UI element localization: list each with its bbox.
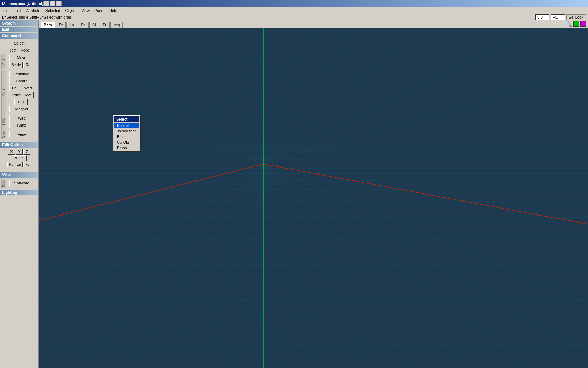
tab-fc[interactable]: Fc xyxy=(78,22,89,28)
popup-title: Select xyxy=(114,116,139,122)
close-button[interactable]: ✕ xyxy=(56,1,62,6)
edit-option-section: X Y Z W S Pt Ln Fc xyxy=(0,148,38,169)
menu-item-panel[interactable]: Panel xyxy=(92,8,106,13)
vertex-count: V:0 xyxy=(536,14,550,20)
xyz-row: X Y Z xyxy=(1,149,37,155)
misc-section-content: View xyxy=(6,130,37,139)
face-vtab[interactable]: Face xyxy=(1,70,6,114)
menu-item-view[interactable]: View xyxy=(79,8,92,13)
tab-ln[interactable]: Ln xyxy=(66,22,77,28)
magnet-button[interactable]: Magnet xyxy=(9,106,34,112)
lv-vtab[interactable]: L&V xyxy=(1,114,6,130)
system-header[interactable]: System xyxy=(0,20,38,26)
invert-button[interactable]: Invert xyxy=(21,85,34,91)
tab-pers[interactable]: Pers xyxy=(41,22,55,28)
w-button[interactable]: W xyxy=(12,155,19,161)
select-button[interactable]: Select xyxy=(7,40,31,46)
menu-item-help[interactable]: Help xyxy=(107,8,119,13)
wire-button[interactable]: Wire xyxy=(9,115,34,121)
view-button[interactable]: View xyxy=(9,131,34,137)
menubar: FileEditAttributeSelectedObjectViewPanel… xyxy=(0,7,588,14)
create-button[interactable]: Create xyxy=(9,78,34,84)
command-section: Select Rect Rope Edit Move Scale Rot xyxy=(0,39,38,141)
maximize-button[interactable]: □ xyxy=(50,1,55,6)
del-button[interactable]: Del xyxy=(9,85,20,91)
tab-pt[interactable]: Pt xyxy=(56,22,66,28)
edit-header[interactable]: Edit xyxy=(0,27,38,32)
rope-button[interactable]: Rope xyxy=(19,47,31,53)
pt-ln-fc-row: Pt Ln Fc xyxy=(1,162,37,167)
fc-button[interactable]: Fc xyxy=(23,162,31,167)
hintbar-right: V:0 F:0 Sel Lock xyxy=(536,14,586,20)
scale-button[interactable]: Scale xyxy=(9,62,23,68)
rot-button[interactable]: Rot xyxy=(23,62,34,68)
edit-vtab[interactable]: Edit xyxy=(1,54,6,69)
view-header[interactable]: View xyxy=(0,172,38,178)
face-count: F:0 xyxy=(551,14,565,20)
viewport-icons: 🔍 xyxy=(566,21,588,28)
tab-img[interactable]: Img xyxy=(110,22,123,28)
popup-item-belt[interactable]: Belt xyxy=(114,134,139,139)
sel-lock-button[interactable]: Sel Lock xyxy=(566,14,586,20)
select-row: Select xyxy=(1,40,37,46)
rect-button[interactable]: Rect xyxy=(7,47,19,53)
z-button[interactable]: Z xyxy=(23,149,30,155)
rect-rope-row: Rect Rope xyxy=(1,47,37,53)
move-button[interactable]: Move xyxy=(9,55,34,61)
pers-vtab[interactable]: Pers xyxy=(1,179,6,188)
popup-item-curobj[interactable]: CurObj xyxy=(114,139,139,145)
pull-button[interactable]: Pull xyxy=(14,99,28,105)
minimize-button[interactable]: — xyxy=(43,1,49,6)
knife-button[interactable]: Knife xyxy=(9,122,34,128)
s-button[interactable]: S xyxy=(20,155,27,161)
misc-vtab[interactable]: Misc xyxy=(1,130,6,139)
menu-item-attribute[interactable]: Attribute xyxy=(24,8,43,13)
color1-icon[interactable] xyxy=(573,21,579,27)
lighting-header[interactable]: Lighting xyxy=(0,190,38,195)
command-header[interactable]: Command xyxy=(0,33,38,39)
edit-section-content: Move Scale Rot xyxy=(6,54,37,69)
viewport-tabs: Pers Pt Ln Fc Si Fr Img 🔍 xyxy=(39,20,588,28)
titlebar-controls: — □ ✕ xyxy=(43,1,62,6)
popup-item-normal[interactable]: Normal xyxy=(114,123,139,128)
left-panel: System Edit Command Select Rect Rope Edi… xyxy=(0,20,39,368)
ws-row: W S xyxy=(1,155,37,161)
hint-text: L=Select single Shift+L=Select with drag xyxy=(2,15,71,19)
y-button[interactable]: Y xyxy=(16,149,23,155)
mat-button[interactable]: Mat xyxy=(23,92,34,98)
menu-item-object[interactable]: Object xyxy=(63,8,78,13)
view-section: Pers Software xyxy=(0,178,38,189)
viewport-container: Pers Pt Ln Fc Si Fr Img 🔍 .grid-h { stro… xyxy=(39,20,588,368)
menu-item-edit[interactable]: Edit xyxy=(13,8,23,13)
menu-item-file[interactable]: File xyxy=(1,8,12,13)
titlebar-title: Metasequoia [Untitled] xyxy=(2,1,43,6)
software-button[interactable]: Software xyxy=(9,180,34,186)
lv-section-content: Wire Knife xyxy=(6,114,37,130)
grid-svg: .grid-h { stroke: #1a5060; stroke-width:… xyxy=(39,28,588,368)
extrd-button[interactable]: Extrd xyxy=(10,92,22,98)
viewport-canvas[interactable]: .grid-h { stroke: #1a5060; stroke-width:… xyxy=(39,28,588,368)
pt-button[interactable]: Pt xyxy=(7,162,14,167)
edit-option-header[interactable]: Edit Option xyxy=(0,142,38,148)
popup-item-brush[interactable]: Brush xyxy=(114,145,139,151)
tab-si[interactable]: Si xyxy=(89,22,99,28)
menu-item-selected[interactable]: Selected xyxy=(43,8,63,13)
titlebar: Metasequoia [Untitled] — □ ✕ xyxy=(0,0,588,7)
x-button[interactable]: X xyxy=(8,149,15,155)
popup-item-joined-face[interactable]: Joined face xyxy=(114,128,139,134)
view-section-content: Software xyxy=(6,179,37,188)
hintbar: L=Select single Shift+L=Select with drag… xyxy=(0,14,588,20)
zoom-in-icon[interactable]: 🔍 xyxy=(566,21,572,27)
face-section-content: Primitive Create Del Invert Extrd Mat Pu xyxy=(6,70,37,114)
tab-fr[interactable]: Fr xyxy=(100,22,110,28)
ln-button[interactable]: Ln xyxy=(15,162,23,167)
select-popup: Select Normal Joined face Belt CurObj Br… xyxy=(113,115,141,152)
primitive-button[interactable]: Primitive xyxy=(9,71,34,77)
color2-icon[interactable] xyxy=(580,21,586,27)
main-layout: System Edit Command Select Rect Rope Edi… xyxy=(0,20,588,368)
